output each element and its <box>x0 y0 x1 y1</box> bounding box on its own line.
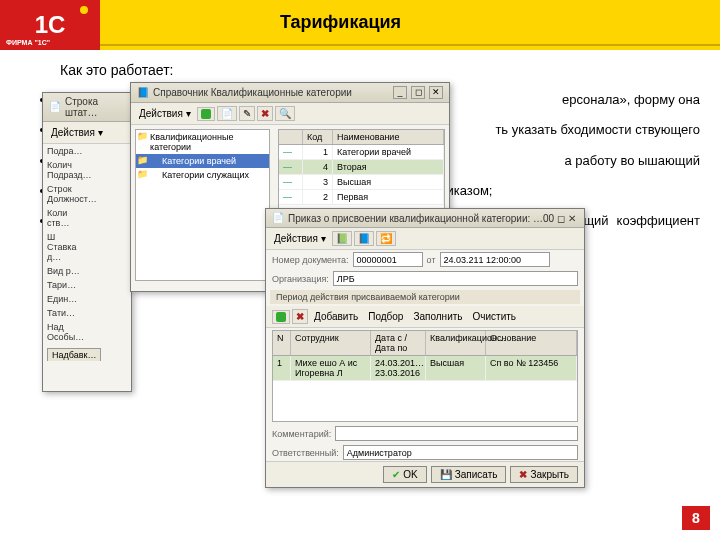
toolbar-icon[interactable]: 🔁 <box>376 231 396 246</box>
toolbar-delete-icon[interactable]: ✖ <box>292 309 308 324</box>
grid-row[interactable]: —2Первая <box>279 190 444 205</box>
col-header: Квалификацион… <box>426 331 486 355</box>
col-header <box>279 130 303 144</box>
responsible-field[interactable]: Администратор <box>343 445 578 460</box>
date-field[interactable]: 24.03.211 12:00:00 <box>440 252 550 267</box>
window-title: Справочник Квалификационные категории <box>153 87 389 98</box>
field-label: Колич Подразд… <box>47 160 82 180</box>
field-label: Организация: <box>272 274 329 284</box>
field-label: Над Особы… <box>47 322 82 342</box>
tree-root[interactable]: Квалификационные категории <box>136 130 269 154</box>
col-header: Дата с / Дата по <box>371 331 426 355</box>
field-label: Ш Ставка д… <box>47 232 82 262</box>
col-header: Сотрудник <box>291 331 371 355</box>
field-label: Строк Должност… <box>47 184 82 204</box>
window-icon: 📄 <box>49 101 61 113</box>
section-label: Период действия присваиваемой категории <box>270 290 580 304</box>
field-label: Вид р… <box>47 266 82 276</box>
toolbar-icon[interactable]: 🔍 <box>275 106 295 121</box>
org-field[interactable]: ЛРБ <box>333 271 578 286</box>
logo: 1C ФИРМА "1С" <box>0 0 100 50</box>
window-staff-row: 📄 Строка штат… Действия ▾ Подра… Колич П… <box>42 92 132 392</box>
field-label: Ответственный: <box>272 448 339 458</box>
grid-row[interactable]: —3Высшая <box>279 175 444 190</box>
actions-menu[interactable]: Действия ▾ <box>135 106 195 121</box>
actions-menu[interactable]: Действия ▾ <box>47 125 107 140</box>
toolbar-icon[interactable]: ✎ <box>239 106 255 121</box>
page-title: Тарификация <box>280 12 401 33</box>
toolbar-btn[interactable]: Заполнить <box>409 309 466 324</box>
grid-row[interactable]: —1Категории врачей <box>279 145 444 160</box>
window-icon: 📘 <box>137 87 149 99</box>
field-label: Подра… <box>47 146 82 156</box>
page-number-badge: 8 <box>682 506 710 530</box>
grid-row[interactable]: —4Вторая <box>279 160 444 175</box>
field-label: Комментарий: <box>272 429 331 439</box>
window-order-assign: 📄 Приказ о присвоении квалификационной к… <box>265 208 585 488</box>
tab[interactable]: Надбавк… <box>47 348 101 361</box>
comment-field[interactable] <box>335 426 578 441</box>
field-label: Тари… <box>47 280 82 290</box>
field-label: Тати… <box>47 308 82 318</box>
toolbar-add-icon[interactable] <box>197 107 215 121</box>
logo-brand: ФИРМА "1С" <box>6 39 50 46</box>
toolbar-btn[interactable]: Добавить <box>310 309 362 324</box>
minimize-button[interactable]: _ <box>393 86 407 99</box>
field-label: от <box>427 255 436 265</box>
tree-item[interactable]: Категории служащих <box>136 168 269 182</box>
toolbar-btn[interactable]: Подбор <box>364 309 407 324</box>
save-button[interactable]: 💾Записать <box>431 466 507 483</box>
close-button[interactable]: ✖Закрыть <box>510 466 578 483</box>
toolbar-icon[interactable]: 📄 <box>217 106 237 121</box>
close-button[interactable]: ✕ <box>429 86 443 99</box>
field-label: Номер документа: <box>272 255 349 265</box>
logo-text: 1C <box>35 11 66 39</box>
col-header: Основание <box>486 331 577 355</box>
toolbar-icon[interactable]: 📗 <box>332 231 352 246</box>
assignment-grid[interactable]: N Сотрудник Дата с / Дата по Квалификаци… <box>272 330 578 422</box>
maximize-button[interactable]: ◻ <box>411 86 425 99</box>
col-header: Наименование <box>333 130 444 144</box>
subtitle: Как это работает: <box>60 62 700 78</box>
toolbar-add-icon[interactable] <box>272 310 290 324</box>
tree-item[interactable]: Категории врачей <box>136 154 269 168</box>
window-icon: 📄 <box>272 212 284 224</box>
window-title: Строка штат… <box>65 96 125 118</box>
field-label: Един… <box>47 294 82 304</box>
ok-button[interactable]: ✔OK <box>383 466 426 483</box>
toolbar-icon[interactable]: 📘 <box>354 231 374 246</box>
field-label: Коли ств… <box>47 208 82 228</box>
col-header: Код <box>303 130 333 144</box>
doc-number-field[interactable]: 00000001 <box>353 252 423 267</box>
toolbar-btn[interactable]: Очистить <box>469 309 521 324</box>
grid-row[interactable]: 1 Михе ешо А ис Игоревна Л 24.03.201… 23… <box>273 356 577 381</box>
col-header: N <box>273 331 291 355</box>
actions-menu[interactable]: Действия ▾ <box>270 231 330 246</box>
category-tree[interactable]: Квалификационные категории Категории вра… <box>135 129 270 281</box>
toolbar-delete-icon[interactable]: ✖ <box>257 106 273 121</box>
window-title: Приказ о присвоении квалификационной кат… <box>288 213 578 224</box>
